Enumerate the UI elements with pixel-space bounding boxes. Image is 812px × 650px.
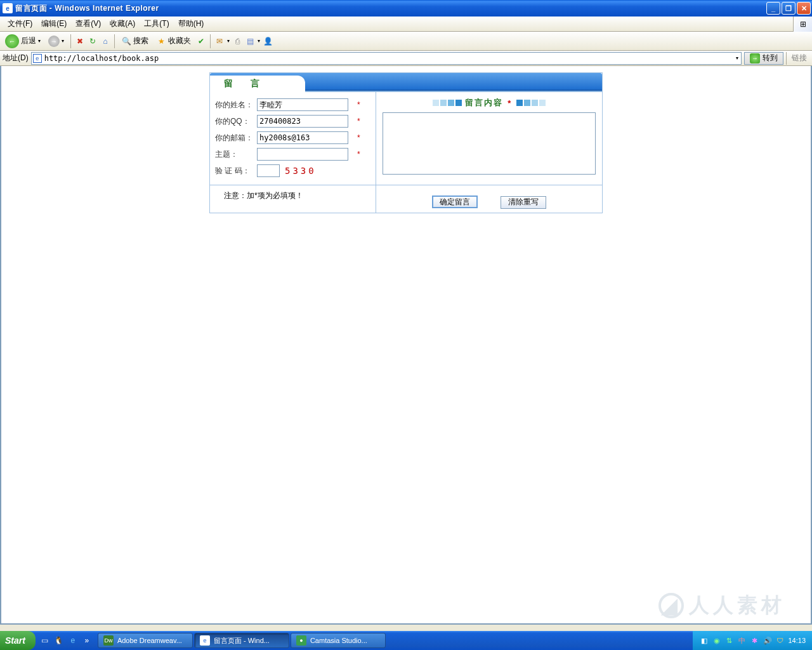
tray-star-icon[interactable]: ✱	[750, 636, 759, 646]
search-button[interactable]: 🔍 搜索	[119, 34, 151, 48]
go-label: 转到	[763, 53, 778, 63]
taskbar: Start ▭ 🐧 e » Dw Adobe Dreamweav... e 留言…	[0, 631, 812, 650]
close-button[interactable]: ✕	[797, 2, 811, 15]
task-label: 留言页面 - Wind...	[214, 636, 270, 646]
url-text: http://localhost/book.asp	[44, 54, 159, 63]
home-button[interactable]: ⌂	[100, 36, 110, 46]
tray-wifi-icon[interactable]: ⇅	[724, 636, 734, 646]
email-label: 你的邮箱：	[215, 133, 257, 143]
favorites-label: 收藏夹	[168, 36, 191, 46]
search-label: 搜索	[133, 36, 148, 46]
captcha-label: 验 证 码：	[215, 166, 257, 176]
taskbar-item-dreamweaver[interactable]: Dw Adobe Dreamweav...	[98, 633, 193, 648]
required-mark: *	[357, 150, 360, 159]
subject-label: 主题：	[215, 149, 257, 160]
taskbar-item-camtasia[interactable]: ● Camtasia Studio...	[291, 633, 386, 648]
captcha-value: 5330	[285, 166, 317, 176]
back-label: 后退	[21, 36, 36, 46]
window-title: 留言页面 - Windows Internet Explorer	[15, 3, 766, 14]
tray-clock[interactable]: 14:13	[788, 637, 806, 644]
watermark-icon: ◢	[658, 593, 684, 618]
qq-icon[interactable]: 🐧	[53, 635, 65, 646]
window-titlebar: e 留言页面 - Windows Internet Explorer _ ❐ ✕	[0, 0, 812, 17]
messenger-button[interactable]: 👤	[263, 36, 273, 46]
minimize-button[interactable]: _	[766, 2, 780, 15]
tray-safe-icon[interactable]: ◉	[712, 636, 721, 646]
content-title: 留言内容	[465, 98, 503, 107]
taskbar-item-ie[interactable]: e 留言页面 - Wind...	[194, 633, 289, 648]
name-label: 你的姓名：	[215, 100, 257, 110]
menu-help[interactable]: 帮助(H)	[174, 17, 208, 30]
favorites-button[interactable]: ★ 收藏夹	[154, 34, 193, 48]
watermark: ◢ 人人素材	[658, 592, 785, 620]
form-fields: 你的姓名： * 你的QQ： * 你的邮箱： *	[210, 92, 376, 185]
quick-launch: ▭ 🐧 e »	[36, 635, 96, 646]
required-mark: *	[357, 133, 360, 142]
stop-button[interactable]: ✖	[75, 36, 85, 46]
qq-input[interactable]	[257, 115, 348, 128]
tray-shield-icon[interactable]: 🛡	[775, 636, 785, 646]
qq-label: 你的QQ：	[215, 116, 257, 127]
separator	[70, 34, 71, 48]
mail-dropdown-icon: ▾	[227, 38, 230, 44]
reset-button[interactable]: 清除重写	[501, 196, 546, 209]
camtasia-icon: ●	[296, 635, 306, 646]
form-note: 注意：加*项为必填项！	[224, 191, 303, 200]
history-button[interactable]: ✔	[196, 36, 206, 46]
menu-edit[interactable]: 编辑(E)	[37, 17, 70, 30]
start-button[interactable]: Start	[0, 631, 36, 650]
maximize-button[interactable]: ❐	[782, 2, 796, 15]
guestbook-box: 留 言 你的姓名： * 你的QQ： * 你的邮箱：	[209, 72, 603, 213]
menu-file[interactable]: 文件(F)	[4, 17, 36, 30]
browser-toolbar: ← 后退 ▾ → ▾ ✖ ↻ ⌂ 🔍 搜索 ★ 收藏夹 ✔ ✉ ▾ ⎙ ▤ ▾ …	[0, 32, 812, 51]
go-arrow-icon: →	[750, 53, 760, 63]
star-icon: ★	[156, 36, 166, 46]
system-tray: ◧ ◉ ⇅ 中 ✱ 🔊 🛡 14:13	[693, 631, 812, 650]
forward-arrow-icon: →	[48, 36, 60, 47]
mail-button[interactable]: ✉	[214, 36, 225, 46]
back-button[interactable]: ← 后退 ▾	[3, 33, 43, 50]
menu-favorites[interactable]: 收藏(A)	[106, 17, 139, 30]
box-title: 留 言	[210, 76, 305, 92]
dreamweaver-icon: Dw	[103, 635, 114, 646]
menu-tools[interactable]: 工具(T)	[140, 17, 173, 30]
email-input[interactable]	[257, 131, 348, 144]
required-mark: *	[357, 117, 360, 126]
required-mark: *	[357, 100, 360, 109]
address-input-box[interactable]: e http://localhost/book.asp ▾	[31, 52, 742, 65]
back-dropdown-icon: ▾	[38, 38, 41, 44]
required-mark: *	[508, 98, 511, 108]
tray-network-icon[interactable]: ◧	[699, 636, 709, 646]
edit-button[interactable]: ▤	[245, 36, 255, 46]
page-icon: e	[33, 54, 42, 63]
subject-input[interactable]	[257, 148, 348, 161]
content-header: 留言内容 *	[383, 97, 596, 109]
box-header: 留 言	[210, 73, 602, 92]
address-bar: 地址(D) e http://localhost/book.asp ▾ → 转到…	[0, 51, 812, 66]
tray-volume-icon[interactable]: 🔊	[763, 636, 772, 646]
message-textarea[interactable]	[383, 112, 596, 175]
watermark-text: 人人素材	[689, 592, 785, 620]
links-label[interactable]: 链接	[786, 52, 812, 65]
tray-lang-icon[interactable]: 中	[737, 636, 747, 646]
windows-flag-icon: ⊞	[793, 17, 812, 32]
ie-icon: e	[3, 3, 13, 13]
refresh-button[interactable]: ↻	[88, 36, 98, 46]
name-input[interactable]	[257, 98, 348, 111]
forward-button[interactable]: → ▾	[46, 34, 67, 48]
separator	[114, 34, 115, 48]
search-icon: 🔍	[121, 36, 131, 46]
show-desktop-icon[interactable]: ▭	[39, 635, 51, 646]
address-label: 地址(D)	[3, 53, 31, 63]
browser-viewport: 留 言 你的姓名： * 你的QQ： * 你的邮箱：	[0, 66, 812, 625]
submit-button[interactable]: 确定留言	[432, 196, 478, 208]
go-button[interactable]: → 转到	[744, 52, 783, 65]
menu-view[interactable]: 查看(V)	[72, 17, 105, 30]
message-panel: 留言内容 *	[376, 92, 602, 185]
chevron-icon[interactable]: »	[81, 635, 93, 646]
captcha-input[interactable]	[257, 164, 280, 177]
address-dropdown-icon[interactable]: ▾	[736, 55, 741, 61]
task-label: Adobe Dreamweav...	[117, 637, 182, 644]
print-button[interactable]: ⎙	[232, 36, 242, 46]
ie-icon[interactable]: e	[67, 635, 79, 646]
